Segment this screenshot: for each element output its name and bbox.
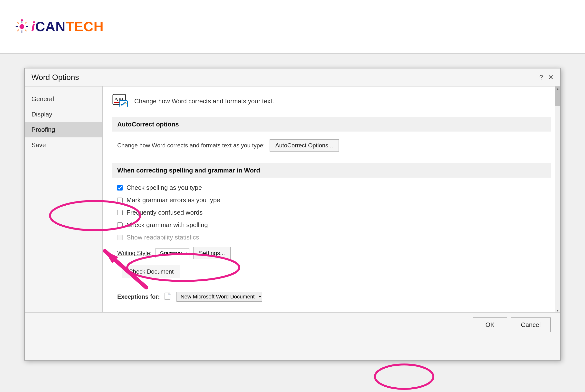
dialog-controls: ? ✕ bbox=[539, 73, 553, 81]
readability-label: Show readability statistics bbox=[127, 234, 199, 241]
logo-can: CAN bbox=[35, 19, 66, 34]
sidebar-item-general[interactable]: General bbox=[25, 91, 102, 107]
dialog-body: General Display Proofing Save ABC bbox=[25, 86, 560, 312]
svg-line-7 bbox=[17, 30, 19, 31]
exceptions-label: Exceptions for: bbox=[117, 293, 160, 300]
abc-icon: ABC bbox=[112, 94, 130, 108]
settings-button[interactable]: Settings... bbox=[193, 247, 231, 259]
autocorrect-row: Change how Word corrects and formats tex… bbox=[117, 139, 546, 152]
sidebar: General Display Proofing Save bbox=[25, 86, 103, 312]
svg-rect-16 bbox=[166, 296, 169, 296]
readability-item: Show readability statistics bbox=[112, 231, 551, 244]
ok-btn-wrapper: OK bbox=[473, 318, 507, 332]
dialog-title: Word Options bbox=[32, 73, 79, 82]
dialog-bottom: OK Cancel bbox=[25, 312, 560, 337]
help-icon[interactable]: ? bbox=[539, 74, 543, 81]
svg-rect-17 bbox=[166, 297, 169, 297]
grammar-spelling-label: Check grammar with spelling bbox=[127, 221, 208, 229]
exceptions-select[interactable]: New Microsoft Word Document bbox=[177, 292, 262, 302]
autocorrect-section-header: AutoCorrect options bbox=[112, 117, 551, 132]
grammar-spelling-checkbox[interactable] bbox=[117, 222, 123, 228]
svg-line-8 bbox=[25, 30, 27, 31]
check-doc-wrapper: Check Document bbox=[112, 263, 551, 286]
content-header-text: Change how Word corrects and formats you… bbox=[134, 98, 274, 105]
cancel-button[interactable]: Cancel bbox=[511, 318, 551, 332]
logo-text: iCANTECH bbox=[31, 20, 104, 34]
grammar-spelling-item: Check grammar with spelling bbox=[112, 219, 551, 231]
check-spelling-label: Check spelling as you type bbox=[127, 184, 202, 192]
logo-icon bbox=[15, 19, 29, 34]
sidebar-item-display[interactable]: Display bbox=[25, 107, 102, 122]
check-document-button[interactable]: Check Document bbox=[122, 265, 180, 278]
confused-words-label: Frequently confused words bbox=[127, 209, 203, 216]
main-area: Word Options ? ✕ General Display Proofin… bbox=[0, 54, 585, 392]
svg-line-6 bbox=[25, 22, 27, 24]
mark-grammar-label: Mark grammar errors as you type bbox=[127, 196, 220, 204]
confused-words-checkbox[interactable] bbox=[117, 210, 123, 215]
scrollbar-down[interactable]: ▼ bbox=[555, 308, 560, 312]
dialog-titlebar: Word Options ? ✕ bbox=[25, 68, 560, 86]
check-spelling-checkbox[interactable] bbox=[117, 185, 123, 190]
header-area: iCANTECH bbox=[0, 0, 585, 54]
readability-checkbox[interactable] bbox=[117, 235, 123, 240]
logo-i: i bbox=[31, 19, 35, 34]
mark-grammar-item: Mark grammar errors as you type bbox=[112, 194, 551, 206]
svg-point-0 bbox=[20, 24, 24, 29]
content-header: ABC Change how Word corrects and formats… bbox=[112, 94, 551, 108]
mark-grammar-checkbox[interactable] bbox=[117, 198, 123, 203]
logo-tech: TECH bbox=[66, 19, 104, 34]
content-area: ABC Change how Word corrects and formats… bbox=[103, 86, 560, 312]
ok-button[interactable]: OK bbox=[473, 318, 507, 332]
spelling-section-header: When correcting spelling and grammar in … bbox=[112, 163, 551, 178]
scrollbar-track: ▲ ▼ bbox=[555, 86, 560, 312]
svg-point-9 bbox=[21, 19, 23, 21]
confused-words-item: Frequently confused words bbox=[112, 206, 551, 219]
scrollbar-thumb[interactable]: ▲ bbox=[555, 86, 560, 106]
close-icon[interactable]: ✕ bbox=[548, 73, 553, 81]
sidebar-item-proofing[interactable]: Proofing bbox=[25, 122, 102, 138]
autocorrect-content: Change how Word corrects and formats tex… bbox=[112, 136, 551, 158]
writing-style-select[interactable]: Grammar bbox=[156, 248, 189, 258]
sidebar-item-save[interactable]: Save bbox=[25, 138, 102, 153]
logo: iCANTECH bbox=[15, 19, 104, 34]
autocorrect-options-button[interactable]: AutoCorrect Options... bbox=[270, 139, 339, 152]
svg-line-5 bbox=[17, 22, 19, 24]
writing-style-row: Writing Style: Grammar Settings... bbox=[112, 244, 551, 263]
doc-icon bbox=[164, 292, 173, 301]
exceptions-row: Exceptions for: New Microsoft Word Docum… bbox=[112, 288, 551, 305]
autocorrect-label: Change how Word corrects and formats tex… bbox=[117, 142, 265, 149]
word-options-dialog: Word Options ? ✕ General Display Proofin… bbox=[24, 68, 561, 360]
check-spelling-item: Check spelling as you type bbox=[112, 182, 551, 194]
writing-style-label: Writing Style: bbox=[117, 250, 152, 256]
